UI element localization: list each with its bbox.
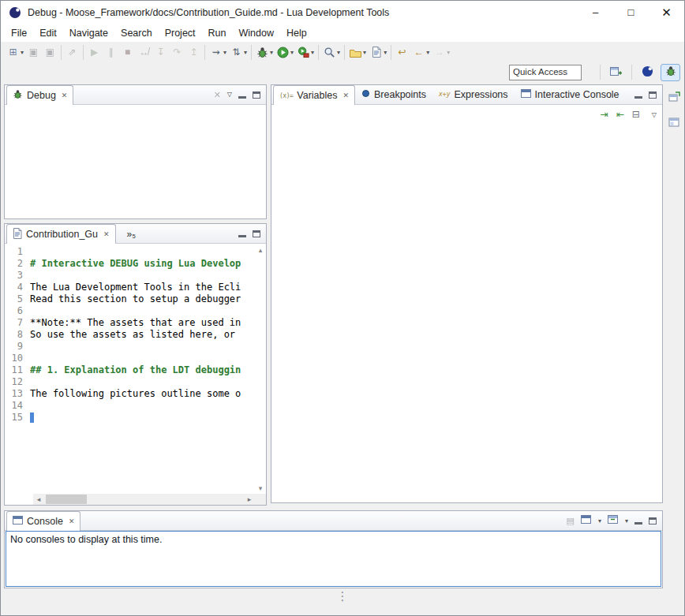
line-number[interactable]: 13: [5, 388, 30, 400]
menu-item-run[interactable]: Run: [202, 25, 233, 41]
maximize-view-button[interactable]: [253, 91, 260, 99]
suspend-button[interactable]: ∥: [103, 43, 119, 61]
editor-line[interactable]: 1: [5, 246, 255, 258]
horizontal-scrollbar[interactable]: ◂ ▸: [33, 494, 255, 505]
disconnect-button[interactable]: ↮: [136, 43, 152, 61]
minimize-window-button[interactable]: –: [578, 1, 613, 24]
editor-line[interactable]: 9: [5, 341, 255, 353]
maximize-view-button[interactable]: [253, 230, 260, 237]
editor-line[interactable]: 5Read this section to setup a debugger: [5, 293, 255, 305]
pin-view-icon[interactable]: ⇤: [616, 109, 624, 120]
sash-console[interactable]: [4, 506, 663, 510]
save-button[interactable]: ▣: [25, 43, 42, 61]
editor-line[interactable]: 8So use the assets as listed here, or: [5, 329, 255, 341]
tab-expressions[interactable]: x+y Expressions: [432, 84, 515, 104]
scrollbar-thumb[interactable]: [46, 495, 87, 504]
display-selected-console-icon[interactable]: [581, 515, 591, 526]
skip-all-breakpoints-button[interactable]: ⇗: [64, 43, 80, 61]
lua-perspective-button[interactable]: [638, 64, 657, 81]
collapse-all-icon[interactable]: ⊟: [632, 109, 640, 120]
line-number[interactable]: 14: [5, 400, 30, 412]
run-button[interactable]: ▾: [275, 43, 295, 61]
show-logical-structure-icon[interactable]: ⇥: [601, 109, 608, 120]
menu-item-navigate[interactable]: Navigate: [63, 25, 114, 41]
console-body[interactable]: No consoles to display at this time.: [6, 531, 661, 587]
menu-item-help[interactable]: Help: [280, 25, 313, 41]
line-number[interactable]: 12: [5, 376, 30, 388]
resume-button[interactable]: ▶: [86, 43, 103, 61]
maximize-view-button[interactable]: [649, 91, 657, 99]
line-number[interactable]: 4: [5, 282, 30, 293]
last-edit-location-button[interactable]: ↩: [394, 43, 410, 61]
tab-contribution-guide[interactable]: Contribution_Gu ✕: [6, 224, 116, 244]
maximize-view-button[interactable]: [649, 517, 657, 525]
quick-access-field[interactable]: Quick Access: [509, 65, 582, 80]
editor-line[interactable]: 6: [5, 305, 255, 317]
restore-editor-stack-button[interactable]: [666, 90, 682, 106]
close-window-button[interactable]: ✕: [649, 1, 684, 24]
editor-line[interactable]: 10: [5, 353, 255, 364]
line-number[interactable]: 11: [5, 364, 30, 376]
line-number[interactable]: 9: [5, 341, 30, 353]
resize-grip[interactable]: ⋮: [337, 592, 349, 600]
new-lua-project-button[interactable]: ▾: [347, 43, 368, 61]
back-button[interactable]: ←▾: [410, 43, 431, 61]
editor-body[interactable]: 12# Interactive DEBUG using Lua Develop3…: [5, 245, 266, 505]
editor-line[interactable]: 12: [5, 376, 255, 388]
minimize-view-button[interactable]: [238, 91, 246, 99]
line-number[interactable]: 3: [5, 270, 30, 282]
view-menu-icon[interactable]: ▽: [227, 90, 232, 99]
menu-item-project[interactable]: Project: [159, 25, 202, 41]
open-perspective-button[interactable]: [606, 64, 626, 81]
dropdown-arrow-icon[interactable]: ▾: [625, 517, 628, 525]
external-tools-button[interactable]: ▾: [295, 43, 316, 61]
line-number[interactable]: 8: [5, 329, 30, 341]
close-icon[interactable]: ✕: [103, 230, 110, 238]
tab-console[interactable]: Console ✕: [6, 511, 80, 531]
menu-item-edit[interactable]: Edit: [33, 25, 63, 41]
scroll-right-icon[interactable]: ▸: [244, 495, 255, 503]
minimize-view-button[interactable]: [238, 230, 246, 237]
editor-line[interactable]: 7**Note:** The assets that are used in: [5, 317, 255, 329]
tab-interactive-console[interactable]: Interactive Console: [515, 84, 626, 104]
line-number[interactable]: 6: [5, 305, 30, 317]
forward-button[interactable]: →▾: [431, 43, 451, 61]
line-number[interactable]: 7: [5, 317, 30, 329]
line-number[interactable]: 5: [5, 293, 30, 305]
line-number[interactable]: 10: [5, 353, 30, 364]
editor-line[interactable]: 14: [5, 400, 255, 412]
tab-breakpoints[interactable]: Breakpoints: [355, 84, 432, 104]
line-number[interactable]: 2: [5, 258, 30, 270]
editor-line[interactable]: 4The Lua Development Tools in the Ecli: [5, 282, 255, 293]
new-wizard-button[interactable]: ⊞▾: [5, 43, 25, 61]
step-filters-button[interactable]: ⇝▾: [208, 43, 228, 61]
open-console-icon[interactable]: [608, 515, 618, 526]
dropdown-arrow-icon[interactable]: ▾: [598, 517, 601, 525]
tab-variables[interactable]: (x)= Variables ✕: [273, 85, 355, 105]
minimize-view-button[interactable]: [634, 91, 642, 99]
maximize-window-button[interactable]: □: [613, 1, 649, 24]
tab-debug[interactable]: Debug ✕: [6, 85, 73, 105]
step-into-button[interactable]: ↧: [152, 43, 169, 61]
minimize-view-button[interactable]: [634, 517, 642, 525]
scroll-down-icon[interactable]: ▾: [259, 484, 263, 492]
instruction-stepping-button[interactable]: ⇅▾: [228, 43, 249, 61]
menu-item-window[interactable]: Window: [233, 25, 280, 41]
debug-perspective-button[interactable]: [661, 64, 680, 81]
editor-line[interactable]: 13The following pictures outline some o: [5, 388, 255, 400]
menu-item-file[interactable]: File: [5, 25, 33, 41]
search-tool-button[interactable]: ▾: [321, 43, 342, 61]
scroll-up-icon[interactable]: ▴: [259, 246, 263, 254]
close-icon[interactable]: ✕: [69, 517, 75, 525]
view-menu-icon[interactable]: ▽: [652, 111, 657, 118]
pin-console-icon[interactable]: ▤: [567, 516, 575, 525]
editor-tab-overflow[interactable]: »₅: [127, 229, 137, 240]
new-lua-file-button[interactable]: ▾: [368, 43, 388, 61]
terminate-button[interactable]: ■: [119, 43, 136, 61]
step-over-button[interactable]: ↷: [169, 43, 185, 61]
line-number[interactable]: 1: [5, 246, 30, 258]
line-number[interactable]: 15: [5, 412, 30, 424]
close-icon[interactable]: ✕: [342, 91, 349, 99]
vertical-scrollbar[interactable]: ▴ ▾: [255, 245, 266, 494]
remove-all-terminated-icon[interactable]: ✕: [214, 90, 221, 99]
